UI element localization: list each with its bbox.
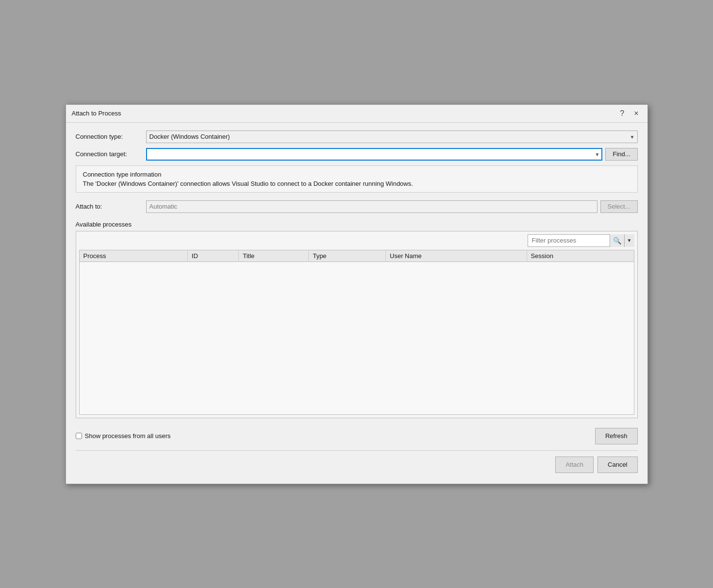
- help-button[interactable]: ?: [617, 109, 627, 118]
- cancel-button[interactable]: Cancel: [597, 457, 637, 473]
- connection-target-row: Connection target: ▼ Find...: [76, 148, 638, 161]
- available-processes-label: Available processes: [76, 221, 638, 228]
- footer-row: Show processes from all users Refresh: [76, 423, 638, 446]
- processes-container: 🔍 ▼ Process ID: [76, 231, 638, 418]
- dialog-title: Attach to Process: [72, 110, 121, 117]
- title-bar-buttons: ? ×: [617, 109, 641, 118]
- attach-button[interactable]: Attach: [555, 457, 594, 473]
- show-all-users-checkbox[interactable]: [76, 433, 82, 439]
- connection-target-control: ▼ Find...: [146, 148, 638, 161]
- connection-type-select-wrapper: Docker (Windows Container) Default SSH ▼: [146, 131, 638, 143]
- available-processes-section: Available processes 🔍 ▼: [76, 221, 638, 418]
- filter-search-button[interactable]: 🔍: [610, 234, 624, 247]
- dialog-body: Connection type: Docker (Windows Contain…: [66, 123, 647, 484]
- title-bar: Attach to Process ? ×: [66, 105, 647, 123]
- refresh-button[interactable]: Refresh: [595, 428, 638, 444]
- bottom-buttons-row: Attach Cancel: [76, 450, 638, 476]
- connection-type-control: Docker (Windows Container) Default SSH ▼: [146, 131, 638, 143]
- attach-to-input: [146, 200, 597, 213]
- connection-target-input-wrapper: ▼: [146, 148, 603, 161]
- show-all-users-label[interactable]: Show processes from all users: [85, 432, 171, 440]
- show-all-users-row: Show processes from all users: [76, 432, 171, 440]
- attach-to-label: Attach to:: [76, 203, 146, 210]
- filter-row: 🔍 ▼: [79, 234, 634, 247]
- info-box-title: Connection type information: [83, 171, 630, 178]
- connection-target-chevron-icon[interactable]: ▼: [595, 151, 599, 157]
- filter-chevron-icon: ▼: [627, 238, 632, 243]
- filter-wrapper: 🔍 ▼: [528, 234, 634, 247]
- info-box-text: The 'Docker (Windows Container)' connect…: [83, 180, 630, 187]
- select-button[interactable]: Select...: [600, 200, 638, 213]
- col-id[interactable]: ID: [187, 250, 238, 262]
- filter-dropdown-button[interactable]: ▼: [624, 234, 634, 247]
- connection-target-input[interactable]: [146, 148, 603, 161]
- attach-to-row: Attach to: Select...: [76, 200, 638, 213]
- col-username[interactable]: User Name: [386, 250, 527, 262]
- attach-to-control: Select...: [146, 200, 638, 213]
- col-type[interactable]: Type: [309, 250, 386, 262]
- title-bar-left: Attach to Process: [72, 110, 121, 117]
- col-title[interactable]: Title: [239, 250, 309, 262]
- find-button[interactable]: Find...: [605, 148, 637, 161]
- connection-target-label: Connection target:: [76, 150, 146, 158]
- search-icon: 🔍: [613, 237, 621, 245]
- connection-type-select[interactable]: Docker (Windows Container) Default SSH: [146, 131, 638, 143]
- process-table-header: Process ID Title Type User Name Session: [80, 250, 634, 262]
- process-table: Process ID Title Type User Name Session: [80, 250, 634, 262]
- info-box: Connection type information The 'Docker …: [76, 165, 638, 193]
- attach-to-process-dialog: Attach to Process ? × Connection type: D…: [66, 104, 648, 484]
- connection-type-row: Connection type: Docker (Windows Contain…: [76, 131, 638, 143]
- col-process[interactable]: Process: [80, 250, 188, 262]
- close-button[interactable]: ×: [631, 109, 641, 118]
- process-table-area[interactable]: Process ID Title Type User Name Session: [79, 250, 634, 415]
- connection-type-label: Connection type:: [76, 133, 146, 140]
- filter-icons: 🔍 ▼: [610, 234, 634, 247]
- col-session[interactable]: Session: [527, 250, 633, 262]
